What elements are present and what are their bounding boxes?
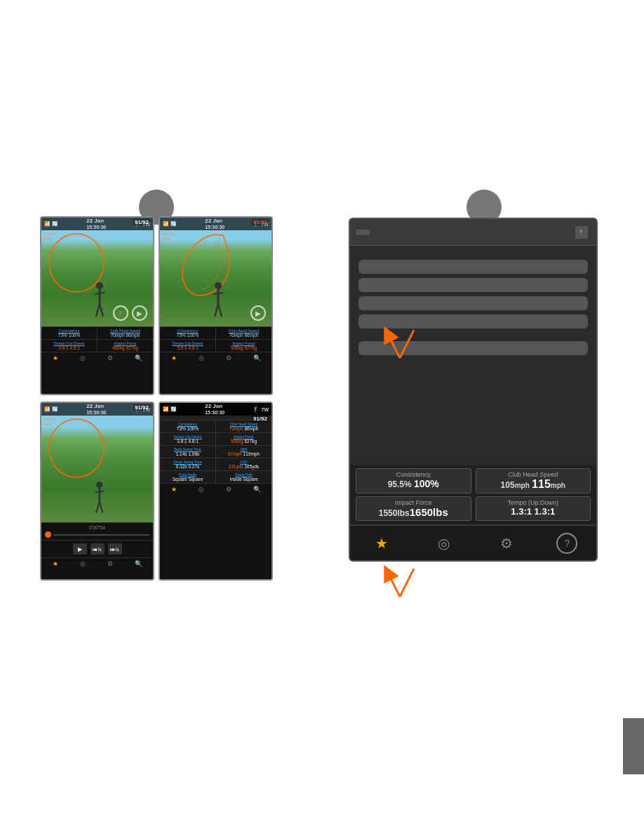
svg-point-10 [96,482,102,488]
save-to-best-swing-list-button[interactable] [358,278,588,292]
phone-tl-footer: Consistency 73% 100% Club Head Speed 70m… [41,326,153,364]
phone-top-right: 📶 🔄 22 Jan15:30:30 🏌7W 91/92 CurrentBest… [159,216,273,395]
phone-top-left: 📶 🔄 22 Jan15:30:30 🏌7W 91/92 CurrentBest… [40,216,154,395]
phone-tl-golf-bg: 91/92 CurrentBest ▶ 🚶 [41,218,153,326]
search-icon-tr[interactable]: 🔍 [253,355,261,362]
target-icon-tr[interactable]: ◎ [199,355,204,362]
search-icon-bl[interactable]: 🔍 [135,560,142,567]
stat-impact-tl: Impact Force 486kg 627kg [98,340,153,352]
si-backswing: Back Swing Time 1.14s 1.08s [160,446,215,458]
bs-stat-impact: Impact Force 1550lbs1650lbs [356,496,471,521]
stat-consistency-tr: Consistency 73% 100% [160,327,216,339]
swing-info-data: Consistency 73% 100% Club Head Speed 70m… [160,421,271,483]
svg-line-12 [95,491,104,493]
svg-line-8 [215,304,218,317]
stats-tr-2: Tempo (Up:Down) 3.8:1 4.8:1 Impact Force… [160,339,271,352]
svg-line-17 [400,569,414,597]
si-impact: Impact Force 506kg 627kg [216,433,271,445]
star-icon-br[interactable]: ★ [171,486,177,493]
svg-line-2 [95,293,105,294]
play-icon-tl[interactable]: ▶ [132,305,147,321]
phone-bottom-left: 📶 🔄 22 Jan15:30:30 🏌7W 91/92 CurrentBest… [40,402,154,581]
bs-help-icon[interactable]: ? [556,533,577,554]
swing-count-br: 91/92 [252,416,269,422]
phone-bl-golf-bg: 91/92 CurrentBest [41,403,153,522]
star-icon-tl[interactable]: ★ [53,355,58,362]
star-icon-bl[interactable]: ★ [53,560,58,567]
search-icon-br[interactable]: 🔍 [253,486,261,493]
swing-count-bl: 91/92 [133,404,150,411]
bs-gear-icon[interactable]: ⚙ [494,531,519,556]
bs-stat-tempo: Tempo (Up:Down) 1.3:1 1.3:1 [476,496,591,521]
bs-header: 🏌 [350,219,596,246]
stat-tempo-tr: Tempo (Up:Down) 3.8:1 4.8:1 [160,340,216,352]
bs-stat-clubspeed: Club Head Speed 105mph 115mph [476,468,591,494]
star-icon-tr[interactable]: ★ [171,355,177,362]
swing-count-tl: 91/92 [133,219,150,225]
svg-line-16 [386,569,400,597]
stats-tr: Consistency 73% 100% Club Head Speed 70m… [160,327,271,339]
bs-stat-consistency: Consistency 95.5% 100% [356,468,471,494]
search-icon-tl[interactable]: 🔍 [135,355,142,362]
golfer-tl [89,282,110,323]
current-best-label-tr: CurrentBest [162,232,175,241]
svg-line-9 [218,304,222,317]
icons-bl: ★ ◎ ⚙ 🔍 [41,557,153,569]
current-best-label-bl: CurrentBest [43,417,56,426]
bs-club: 🏌 [575,226,591,239]
bs-star-icon[interactable]: ★ [369,531,394,556]
delete-this-swing-button[interactable] [358,341,588,355]
current-best-label-tl: CurrentBest [43,232,56,241]
play-btn-bl[interactable]: ▶ [73,543,87,555]
bs-target-icon[interactable]: ◎ [431,531,457,556]
slider-thumb-bl [45,531,51,538]
golfer-bl [89,481,109,519]
stats-tl: Consistency 73% 100% Club Head Speed 70m… [41,327,153,339]
bs-title [350,246,596,256]
view-best-swing-list-button[interactable] [358,296,588,310]
bs-stats-overlay: Consistency 95.5% 100% Club Head Speed 1… [350,465,596,524]
icons-tr: ★ ◎ ⚙ 🔍 [160,352,271,364]
si-downswing: Down Swing Time 0.32s 0.27s [160,458,215,470]
play-icon-tr[interactable]: ▶ [250,305,266,321]
best-swing-panel: 🏌 Consistency 95.5% 100% Club Head Speed… [349,218,598,562]
gear-icon-bl[interactable]: ⚙ [107,560,113,567]
step-fwd-btn-bl[interactable]: ⏭¾ [108,543,122,555]
gear-icon-tl[interactable]: ⚙ [107,355,113,362]
gear-icon-br[interactable]: ⚙ [226,486,232,493]
phone-tr-golf-bg: 91/92 CurrentBest ▶ [160,218,271,326]
stat-clubspeed-tl: Club Head Speed 70mph 86mph [98,327,153,339]
svg-line-3 [96,304,100,317]
video-time-label: 0'00"54 [41,522,153,540]
slider-track-bl[interactable] [53,534,149,536]
step-back-btn-bl[interactable]: ⏮¾ [90,543,105,555]
svg-line-7 [213,293,223,294]
phone-bottom-right: 📶 🔄 22 Jan15:30:30 🏌7W 91/92 Consistency… [159,402,273,581]
svg-line-13 [96,501,100,512]
use-as-best-swing-button[interactable] [358,260,588,274]
phone-br-header: 📶 🔄 22 Jan15:30:30 🏌7W [160,403,271,416]
swing-count-tr: 91/92 [252,219,269,225]
icons-tl: ★ ◎ ⚙ 🔍 [41,352,153,364]
club-icon: 🏌 [575,226,588,239]
svg-point-5 [215,282,222,289]
target-icon-bl[interactable]: ◎ [80,560,86,567]
stats-tl-2: Tempo (Up:Down) 3.8:1 4.8:1 Impact Force… [41,339,153,352]
si-clubspeed: Club Head Speed 70mph 86mph [216,421,271,432]
target-icon-br[interactable]: ◎ [199,486,204,493]
gear-icon-tr[interactable]: ⚙ [226,355,232,362]
bs-bottom-bar: ★ ◎ ⚙ ? [350,525,596,560]
back-button[interactable] [356,230,370,235]
icons-br: ★ ◎ ⚙ 🔍 [160,483,271,495]
target-icon-tl[interactable]: ◎ [80,355,86,362]
person-icon-tl[interactable]: 🚶 [113,305,128,321]
si-abs: ABS 87mph 119mph [216,446,271,458]
stat-impact-tr: Impact Force 506kg 627kg [216,340,271,352]
si-tempo: Tempo (Up:Down) 3.8:1 4.8:1 [160,433,215,445]
si-faceangle: Face Angle Square Square [160,471,215,483]
hide-best-swing-arc-button[interactable] [358,315,588,329]
golfer-tr [208,282,229,323]
playback-controls-bl: ▶ ⏮¾ ⏭¾ [41,540,153,557]
stat-clubspeed-tr: Club Head Speed 70mph 86mph [216,327,271,339]
swing-arc-bl [48,418,105,478]
